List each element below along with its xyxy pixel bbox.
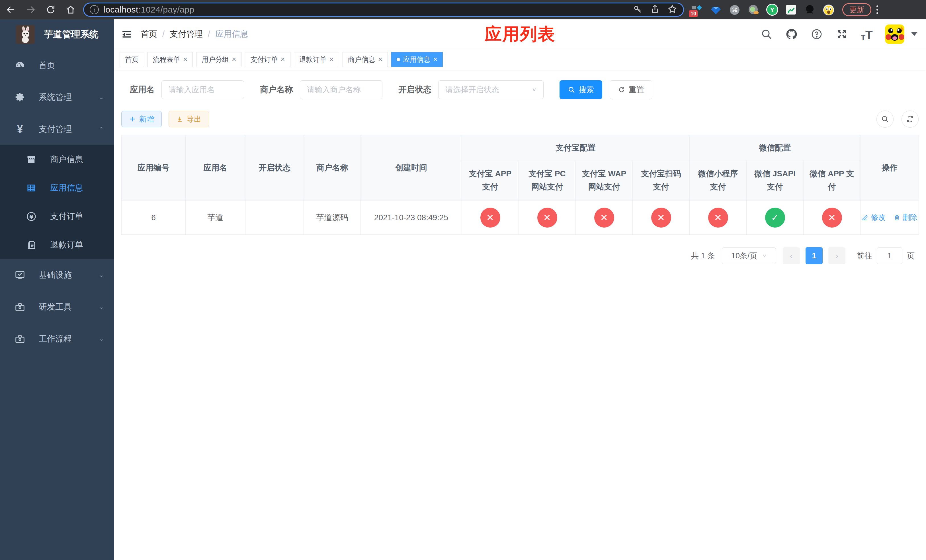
cell-created: 2021-10-23 08:49:25 (361, 201, 462, 235)
sidebar-item-dev-tools[interactable]: 研发工具 ⌄ (0, 291, 114, 323)
status-cross-icon: ✕ (708, 207, 728, 228)
page-1-button[interactable]: 1 (805, 247, 823, 264)
col-created: 创建时间 (361, 135, 462, 201)
extension-green-y-icon[interactable]: Y (766, 3, 779, 16)
sidebar-item-infrastructure[interactable]: 基础设施 ⌄ (0, 259, 114, 291)
status-wechat-jsapi: ✓ (747, 201, 803, 235)
tab-home[interactable]: 首页 (120, 52, 144, 67)
fullscreen-icon[interactable] (835, 27, 849, 41)
browser-home-icon[interactable] (64, 3, 77, 16)
share-icon[interactable] (650, 4, 660, 15)
breadcrumb-payment-mgmt[interactable]: 支付管理 (170, 29, 203, 40)
breadcrumb-home[interactable]: 首页 (141, 29, 157, 40)
url-text[interactable]: localhost:1024/pay/app (103, 5, 628, 15)
bookmark-star-icon[interactable] (667, 4, 678, 15)
sidebar-menu: 首页 系统管理 ⌄ ¥ 支付管理 ⌃ 商户信息 (0, 50, 114, 560)
breadcrumb-app-info: 应用信息 (215, 29, 248, 40)
tab-pay-order[interactable]: 支付订单× (245, 52, 290, 67)
font-size-icon[interactable]: TT (860, 27, 874, 41)
toggle-search-button[interactable] (876, 110, 894, 128)
col-status: 开启状态 (245, 135, 304, 201)
browser-update-button[interactable]: 更新 (842, 3, 872, 16)
page-size-select[interactable]: 10条/页 ∨ (722, 247, 776, 264)
header-search-icon[interactable] (760, 27, 773, 41)
close-icon[interactable]: × (280, 55, 285, 64)
extension-badge: 10 (689, 10, 698, 17)
collapse-sidebar-icon[interactable] (120, 28, 133, 41)
sidebar-item-home[interactable]: 首页 (0, 50, 114, 82)
filter-form: 应用名 商户名称 开启状态 请选择开启状态 ∨ 搜索 重置 (130, 80, 918, 99)
tab-user-group[interactable]: 用户分组× (196, 52, 242, 67)
github-icon[interactable] (785, 27, 799, 41)
extension-devtools-icon[interactable]: 10 (691, 3, 703, 16)
sidebar-item-workflow[interactable]: 工作流程 ⌄ (0, 323, 114, 355)
cell-actions: 修改 删除 (861, 201, 919, 235)
sidebar-item-pay-order[interactable]: ¥ 支付订单 (0, 202, 114, 231)
pagination: 共 1 条 10条/页 ∨ ‹ 1 › 前往 页 (121, 247, 915, 264)
chevron-down-icon: ⌄ (98, 272, 104, 278)
prev-page-button[interactable]: ‹ (783, 247, 800, 264)
sidebar-item-merchant-info[interactable]: 商户信息 (0, 145, 114, 174)
status-cross-icon: ✕ (480, 207, 500, 228)
status-alipay-wap: ✕ (576, 201, 633, 235)
next-page-button[interactable]: › (828, 247, 846, 264)
avatar-caret-icon[interactable] (911, 32, 917, 36)
edit-link[interactable]: 修改 (862, 212, 885, 222)
browser-menu-icon[interactable] (876, 5, 878, 14)
extension-command-icon[interactable]: ⌘ (728, 3, 741, 16)
col-wechat-mini: 微信小程序支付 (690, 160, 747, 201)
svg-text:¥: ¥ (29, 213, 33, 220)
group-wechat-config: 微信配置 (690, 135, 861, 160)
delete-link[interactable]: 删除 (894, 212, 917, 222)
extension-gem-icon[interactable] (710, 3, 722, 16)
tab-merchant-info[interactable]: 商户信息× (342, 52, 388, 67)
password-key-icon[interactable] (633, 4, 643, 15)
reset-button[interactable]: 重置 (610, 80, 652, 99)
table-toolbar: 新增 导出 (121, 110, 918, 128)
sidebar-item-system-mgmt[interactable]: 系统管理 ⌄ (0, 82, 114, 114)
goto-label: 前往 (857, 251, 872, 261)
refresh-button[interactable] (902, 110, 918, 128)
toolbox-icon (14, 302, 26, 312)
address-bar[interactable]: i localhost:1024/pay/app (83, 3, 684, 17)
tab-refund-order[interactable]: 退款订单× (294, 52, 339, 67)
tab-process-form[interactable]: 流程表单× (147, 52, 193, 67)
sidebar-item-refund-order[interactable]: 退款订单 (0, 231, 114, 259)
col-alipay-qr: 支付宝扫码支付 (633, 160, 690, 201)
document-icon (25, 240, 38, 250)
cell-status (245, 201, 304, 235)
sidebar-item-app-info[interactable]: 应用信息 (0, 174, 114, 202)
app-logo-row[interactable]: 芋道管理系统 (0, 20, 114, 50)
browser-reload-icon[interactable] (44, 3, 57, 16)
export-button[interactable]: 导出 (169, 111, 209, 127)
extension-recorder-icon[interactable] (747, 3, 760, 16)
app-name-input[interactable] (162, 80, 244, 99)
search-button[interactable]: 搜索 (560, 80, 602, 99)
active-dot (396, 58, 400, 61)
extension-chart-icon[interactable] (785, 3, 797, 16)
close-icon[interactable]: × (433, 55, 437, 64)
yen-icon: ¥ (14, 123, 26, 135)
add-button[interactable]: 新增 (121, 111, 162, 127)
screen: i localhost:1024/pay/app 10 ⌘ Y 更新 (0, 0, 926, 560)
browser-forward-icon[interactable] (24, 3, 37, 16)
close-icon[interactable]: × (232, 55, 236, 64)
user-avatar[interactable] (885, 24, 904, 44)
status-label: 开启状态 (398, 84, 431, 95)
goto-page-input[interactable] (877, 247, 902, 264)
page-content: 应用名 商户名称 开启状态 请选择开启状态 ∨ 搜索 重置 (114, 70, 926, 264)
site-info-icon[interactable]: i (90, 5, 99, 14)
svg-text:⌘: ⌘ (732, 6, 737, 14)
extension-emoji-face-icon[interactable] (822, 3, 835, 16)
extension-dark-icon[interactable] (803, 3, 816, 16)
help-question-icon[interactable] (810, 27, 823, 41)
col-alipay-app: 支付宝 APP 支付 (462, 160, 519, 201)
tab-app-info[interactable]: 应用信息× (391, 52, 443, 67)
sidebar-item-payment-mgmt[interactable]: ¥ 支付管理 ⌃ (0, 114, 114, 145)
close-icon[interactable]: × (183, 55, 188, 64)
close-icon[interactable]: × (330, 55, 334, 64)
status-select[interactable]: 请选择开启状态 ∨ (438, 80, 543, 99)
merchant-name-input[interactable] (300, 80, 383, 99)
close-icon[interactable]: × (378, 55, 383, 64)
browser-back-icon[interactable] (5, 3, 17, 16)
